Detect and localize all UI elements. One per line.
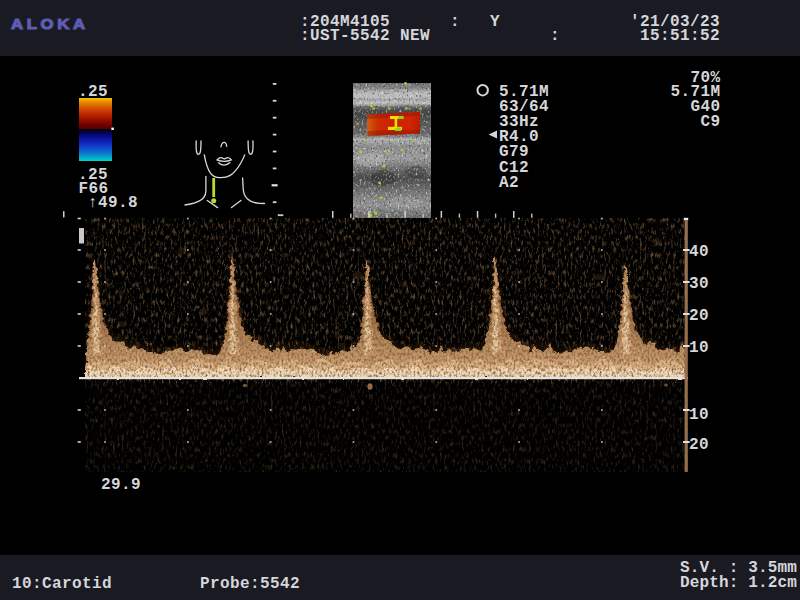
svg-text:A2: A2 — [499, 174, 519, 192]
svg-text:.25: .25 — [78, 83, 108, 101]
svg-text:20: 20 — [689, 307, 709, 325]
svg-text:10: 10 — [689, 339, 709, 357]
svg-text:ALOKA: ALOKA — [11, 16, 89, 32]
svg-text:10: 10 — [689, 406, 709, 424]
svg-text:10:Carotid: 10:Carotid — [12, 575, 112, 593]
svg-text:20: 20 — [689, 436, 709, 454]
svg-text:↑49.8: ↑49.8 — [88, 194, 138, 212]
svg-text:Depth: 1.2cm: Depth: 1.2cm — [680, 574, 797, 592]
svg-text:29.9: 29.9 — [101, 476, 141, 494]
svg-text::UST-5542 NEW :: :UST-5542 NEW : 15:51:52 — [300, 27, 720, 45]
svg-text:C9: C9 — [700, 113, 720, 131]
svg-text:Probe:5542: Probe:5542 — [200, 575, 300, 593]
svg-text:30: 30 — [689, 275, 709, 293]
svg-text:40: 40 — [689, 243, 709, 261]
